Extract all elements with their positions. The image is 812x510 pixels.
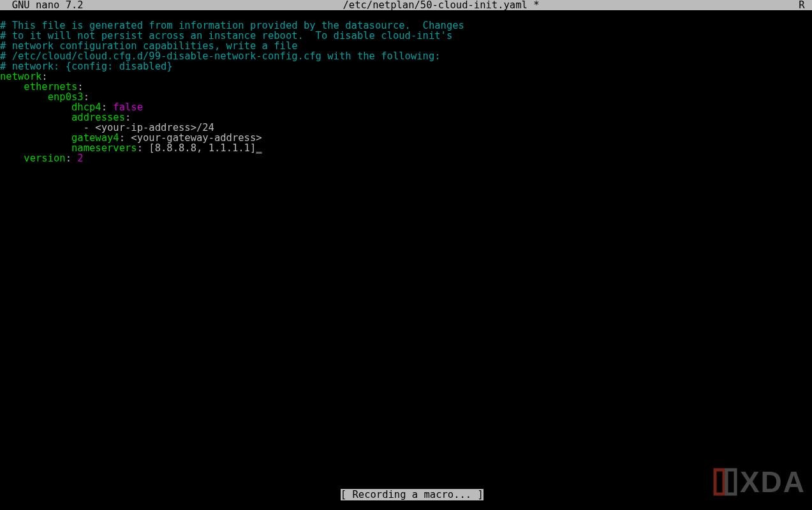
footer: ^G Help^O Write Out^W Where Is^K Cut^T E… [0, 490, 812, 510]
file-name: /etc/netplan/50-cloud-init.yaml * [84, 0, 799, 10]
editor-area[interactable]: # This file is generated from informatio… [0, 10, 812, 163]
title-flag: R [799, 0, 812, 10]
cursor: _ [256, 142, 262, 154]
status-line: [ Recording a macro... ] [0, 479, 812, 490]
app-name: GNU nano 7.2 [0, 0, 84, 10]
yaml-key: version [24, 153, 65, 164]
title-bar: GNU nano 7.2 /etc/netplan/50-cloud-init.… [0, 0, 812, 10]
yaml-value: [8.8.8.8, 1.1.1.1] [149, 142, 256, 154]
yaml-value: 2 [77, 153, 83, 164]
